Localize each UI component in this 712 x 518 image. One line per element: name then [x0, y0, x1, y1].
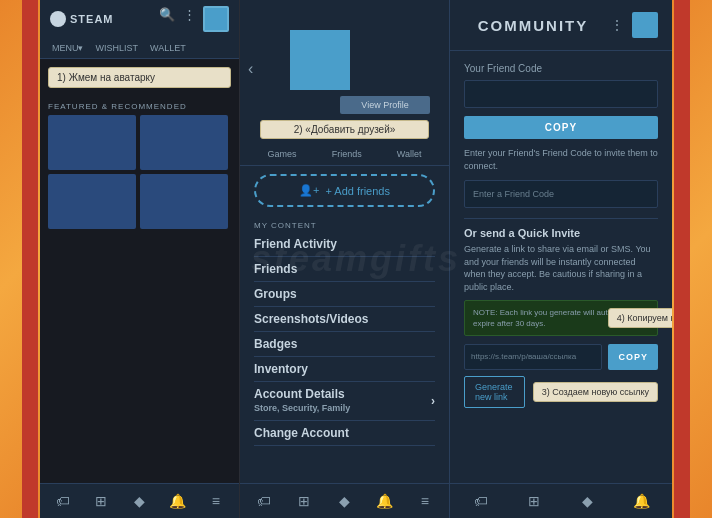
community-menu-icon[interactable]: ⋮ [610, 17, 624, 33]
nav-wishlist[interactable]: WISHLIST [92, 41, 143, 55]
generate-new-link-button[interactable]: Generate new link [464, 376, 525, 408]
steam-logo: STEAM [50, 11, 114, 27]
menu-friend-activity[interactable]: Friend Activity [254, 232, 435, 257]
right-bottom-nav: 🏷 ⊞ ◆ 🔔 [450, 483, 672, 518]
community-header: COMMUNITY ⋮ [450, 0, 672, 51]
featured-img-4 [140, 174, 228, 229]
enter-friend-code-input[interactable]: Enter a Friend Code [464, 180, 658, 208]
tooltip-4: 4) Копируем новую ссылку [608, 308, 672, 328]
mid-nav-shield-icon[interactable]: ◆ [335, 492, 353, 510]
quick-invite-title: Or send a Quick Invite [464, 227, 658, 239]
divider [464, 218, 658, 219]
tooltip-3: 3) Создаем новую ссылку [533, 382, 658, 402]
menu-account[interactable]: Account Details Store, Security, Family … [254, 382, 435, 421]
add-friends-button[interactable]: 👤+ + Add friends [254, 174, 435, 207]
community-content: Your Friend Code COPY Enter your Friend'… [450, 51, 672, 483]
quick-invite-desc: Generate a link to share via email or SM… [464, 243, 658, 293]
steam-left-panel: STEAM 🔍 ⋮ MENU▾ WISHLIST WALLET 1) Жмем … [40, 0, 240, 518]
left-bottom-nav: 🏷 ⊞ ◆ 🔔 ≡ [40, 483, 239, 518]
menu-inventory[interactable]: Inventory [254, 357, 435, 382]
friend-code-label: Your Friend Code [464, 63, 658, 74]
warning-box: NOTE: Each link you generate will automa… [464, 300, 658, 336]
profile-tabs: Games Friends Wallet [240, 143, 449, 166]
profile-avatar[interactable] [290, 30, 350, 90]
right-nav-grid-icon[interactable]: ⊞ [525, 492, 543, 510]
menu-change-account[interactable]: Change Account [254, 421, 435, 446]
menu-screenshots[interactable]: Screenshots/Videos [254, 307, 435, 332]
friend-code-input[interactable] [464, 80, 658, 108]
featured-img-3 [48, 174, 136, 229]
gift-ribbon-left [22, 0, 38, 518]
profile-panel: ‹ View Profile 2) «Добавить друзей» Game… [240, 0, 450, 518]
main-container: STEAM 🔍 ⋮ MENU▾ WISHLIST WALLET 1) Жмем … [40, 0, 672, 518]
avatar[interactable] [203, 6, 229, 32]
mid-nav-bell-icon[interactable]: 🔔 [376, 492, 394, 510]
menu-groups[interactable]: Groups [254, 282, 435, 307]
middle-bottom-nav: 🏷 ⊞ ◆ 🔔 ≡ [240, 483, 449, 518]
add-friends-label: + Add friends [325, 185, 390, 197]
copy-friend-code-button[interactable]: COPY [464, 116, 658, 139]
menu-badges[interactable]: Badges [254, 332, 435, 357]
featured-img-1 [48, 115, 136, 170]
nav-grid-icon[interactable]: ⊞ [92, 492, 110, 510]
community-avatar[interactable] [632, 12, 658, 38]
featured-img-2 [140, 115, 228, 170]
add-friends-icon: 👤+ [299, 184, 319, 197]
copy-link-button[interactable]: COPY [608, 344, 658, 370]
nav-tag-icon[interactable]: 🏷 [54, 492, 72, 510]
tooltip-2: 2) «Добавить друзей» [260, 120, 429, 139]
nav-wallet[interactable]: WALLET [146, 41, 190, 55]
header-icons: 🔍 ⋮ [159, 6, 229, 32]
search-icon[interactable]: 🔍 [159, 6, 175, 22]
nav-menu[interactable]: MENU▾ [48, 41, 88, 55]
community-title: COMMUNITY [478, 17, 589, 34]
more-icon[interactable]: ⋮ [181, 6, 197, 22]
nav-menu-icon[interactable]: ≡ [207, 492, 225, 510]
tab-friends[interactable]: Friends [332, 149, 362, 159]
nav-shield-icon[interactable]: ◆ [130, 492, 148, 510]
nav-bar: MENU▾ WISHLIST WALLET [40, 38, 239, 59]
generate-link-row: Generate new link 3) Создаем новую ссылк… [464, 376, 658, 408]
right-nav-shield-icon[interactable]: ◆ [579, 492, 597, 510]
steam-header: STEAM 🔍 ⋮ [40, 0, 239, 38]
mid-nav-tag-icon[interactable]: 🏷 [255, 492, 273, 510]
gift-ribbon-right [674, 0, 690, 518]
tab-games[interactable]: Games [268, 149, 297, 159]
tab-wallet[interactable]: Wallet [397, 149, 422, 159]
featured-images [40, 115, 239, 229]
menu-account-label: Account Details [254, 387, 350, 401]
mid-nav-grid-icon[interactable]: ⊞ [295, 492, 313, 510]
community-panel: COMMUNITY ⋮ Your Friend Code COPY Enter … [450, 0, 672, 518]
invite-description: Enter your Friend's Friend Code to invit… [464, 147, 658, 172]
my-content-label: MY CONTENT [240, 215, 449, 232]
mid-nav-menu-icon[interactable]: ≡ [416, 492, 434, 510]
menu-account-sub: Store, Security, Family [254, 401, 350, 415]
right-nav-tag-icon[interactable]: 🏷 [472, 492, 490, 510]
enter-placeholder: Enter a Friend Code [473, 189, 554, 199]
steam-logo-text: STEAM [70, 13, 114, 25]
tooltip-1: 1) Жмем на аватарку [48, 67, 231, 88]
featured-label: FEATURED & RECOMMENDED [40, 96, 239, 115]
link-row: https://s.team/p/ваша/ссылка COPY [464, 344, 658, 370]
view-profile-button[interactable]: View Profile [340, 96, 430, 114]
back-arrow-icon[interactable]: ‹ [248, 60, 253, 78]
nav-bell-icon[interactable]: 🔔 [169, 492, 187, 510]
menu-friends[interactable]: Friends [254, 257, 435, 282]
menu-items-list: Friend Activity Friends Groups Screensho… [240, 232, 449, 446]
chevron-right-icon: › [431, 394, 435, 408]
steam-icon [50, 11, 66, 27]
right-nav-bell-icon[interactable]: 🔔 [632, 492, 650, 510]
link-url-display: https://s.team/p/ваша/ссылка [464, 344, 602, 370]
